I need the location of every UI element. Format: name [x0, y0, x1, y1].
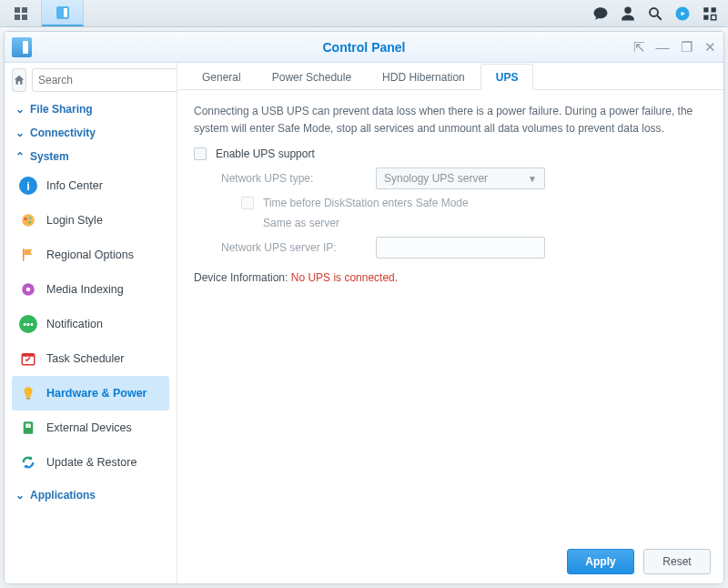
chevron-down-icon: ⌄ — [15, 103, 25, 116]
svg-rect-10 — [712, 7, 716, 12]
svg-rect-5 — [64, 8, 67, 17]
ups-type-label: Network UPS type: — [221, 172, 376, 185]
section-label: Connectivity — [30, 127, 96, 139]
info-icon: i — [19, 177, 37, 195]
help-icon[interactable] — [673, 5, 692, 23]
sidebar-item-label: Media Indexing — [46, 283, 124, 296]
sidebar-item-label: Regional Options — [46, 248, 134, 261]
svg-rect-0 — [15, 7, 20, 13]
ups-server-ip-label: Network UPS server IP: — [221, 241, 376, 254]
section-connectivity[interactable]: ⌄ Connectivity — [12, 121, 169, 145]
svg-point-6 — [650, 8, 658, 16]
maximize-icon[interactable]: ❐ — [678, 39, 694, 56]
section-label: Applications — [30, 489, 96, 502]
sidebar-item-label: Hardware & Power — [46, 387, 147, 400]
svg-point-15 — [29, 217, 32, 219]
chevron-down-icon: ⌄ — [15, 489, 25, 502]
content-area: General Power Schedule HDD Hibernation U… — [177, 63, 723, 583]
sidebar-item-label: External Devices — [46, 421, 132, 434]
sidebar-item-label: Info Center — [46, 179, 103, 192]
svg-line-7 — [657, 15, 662, 20]
device-info-value: No UPS is connected. — [291, 271, 398, 284]
svg-rect-3 — [22, 15, 27, 20]
chevron-down-icon: ⌄ — [15, 127, 25, 139]
svg-rect-1 — [22, 7, 27, 13]
close-icon[interactable]: ✕ — [702, 39, 718, 56]
sidebar-item-hardware-power[interactable]: Hardware & Power — [12, 376, 169, 411]
window-titlebar: Control Panel ⇱ — ❐ ✕ — [5, 32, 723, 63]
notification-icon: ••• — [19, 315, 37, 333]
grid-icon — [14, 6, 28, 21]
section-system[interactable]: ⌃ System — [12, 145, 169, 168]
svg-point-14 — [25, 218, 27, 220]
palette-icon — [19, 211, 37, 229]
controlpanel-icon — [56, 5, 70, 20]
tab-hdd-hibernation[interactable]: HDD Hibernation — [367, 64, 480, 90]
sidebar-item-label: Notification — [46, 318, 103, 330]
safe-mode-label: Time before DiskStation enters Safe Mode — [263, 197, 469, 209]
svg-rect-11 — [703, 15, 708, 19]
device-info-label: Device Information: — [194, 271, 288, 284]
sidebar-item-notification[interactable]: ••• Notification — [12, 307, 169, 341]
search-input[interactable] — [32, 68, 177, 92]
svg-point-16 — [28, 221, 31, 224]
ups-server-ip-input[interactable] — [376, 237, 545, 259]
section-label: File Sharing — [30, 103, 93, 116]
home-button[interactable] — [12, 68, 26, 92]
tab-general[interactable]: General — [187, 64, 257, 90]
flag-icon — [19, 246, 37, 264]
tab-power-schedule[interactable]: Power Schedule — [257, 64, 367, 90]
sidebar-item-task-scheduler[interactable]: Task Scheduler — [12, 341, 169, 376]
widgets-icon[interactable] — [701, 5, 719, 23]
controlpanel-app-icon — [12, 37, 32, 57]
calendar-icon — [19, 350, 37, 368]
device-information: Device Information: No UPS is connected. — [194, 271, 707, 284]
sidebar-item-update-restore[interactable]: Update & Restore — [12, 445, 169, 480]
enable-ups-checkbox[interactable] — [194, 147, 207, 160]
system-taskbar — [0, 0, 728, 27]
section-applications[interactable]: ⌄ Applications — [12, 483, 169, 507]
ups-type-value: Synology UPS server — [384, 172, 488, 185]
svg-point-13 — [22, 214, 35, 227]
pin-icon[interactable]: ⇱ — [631, 39, 647, 56]
chevron-down-icon: ▼ — [528, 174, 537, 184]
sidebar-item-login-style[interactable]: Login Style — [12, 203, 169, 238]
sidebar-item-media-indexing[interactable]: Media Indexing — [12, 272, 169, 307]
safe-mode-checkbox[interactable] — [241, 197, 254, 209]
svg-rect-12 — [712, 15, 716, 19]
enable-ups-label: Enable UPS support — [216, 147, 315, 160]
same-as-server-label: Same as server — [263, 217, 339, 229]
ups-type-select[interactable]: Synology UPS server ▼ — [376, 167, 545, 189]
user-icon[interactable] — [619, 5, 637, 23]
svg-rect-9 — [703, 7, 708, 12]
sidebar-item-label: Login Style — [46, 214, 103, 227]
reset-button[interactable]: Reset — [643, 549, 711, 574]
sidebar-item-label: Update & Restore — [46, 456, 136, 469]
svg-point-19 — [26, 288, 31, 292]
section-file-sharing[interactable]: ⌄ File Sharing — [12, 97, 169, 121]
ups-description: Connecting a USB UPS can prevent data lo… — [194, 103, 707, 137]
svg-rect-2 — [15, 15, 20, 20]
svg-rect-21 — [22, 354, 35, 357]
sidebar-item-info-center[interactable]: i Info Center — [12, 168, 169, 203]
tab-ups[interactable]: UPS — [480, 64, 534, 90]
sidebar: ⌄ File Sharing ⌄ Connectivity ⌃ System i… — [5, 63, 177, 583]
media-icon — [19, 280, 37, 299]
sidebar-item-regional[interactable]: Regional Options — [12, 238, 169, 272]
tab-bar: General Power Schedule HDD Hibernation U… — [177, 63, 723, 90]
window-title: Control Panel — [5, 40, 723, 55]
sidebar-item-label: Task Scheduler — [46, 352, 124, 365]
chevron-up-icon: ⌃ — [15, 150, 25, 163]
chat-icon[interactable] — [592, 5, 610, 23]
taskbar-app-dashboard[interactable] — [0, 0, 42, 26]
svg-rect-17 — [23, 248, 25, 261]
taskbar-app-controlpanel[interactable] — [42, 0, 84, 26]
sidebar-item-external-devices[interactable]: External Devices — [12, 411, 169, 445]
svg-rect-22 — [26, 398, 31, 400]
home-icon — [13, 74, 25, 86]
refresh-icon — [19, 453, 37, 471]
apply-button[interactable]: Apply — [567, 549, 634, 574]
minimize-icon[interactable]: — — [654, 39, 671, 56]
search-icon[interactable] — [646, 5, 664, 23]
bulb-icon — [19, 384, 37, 402]
